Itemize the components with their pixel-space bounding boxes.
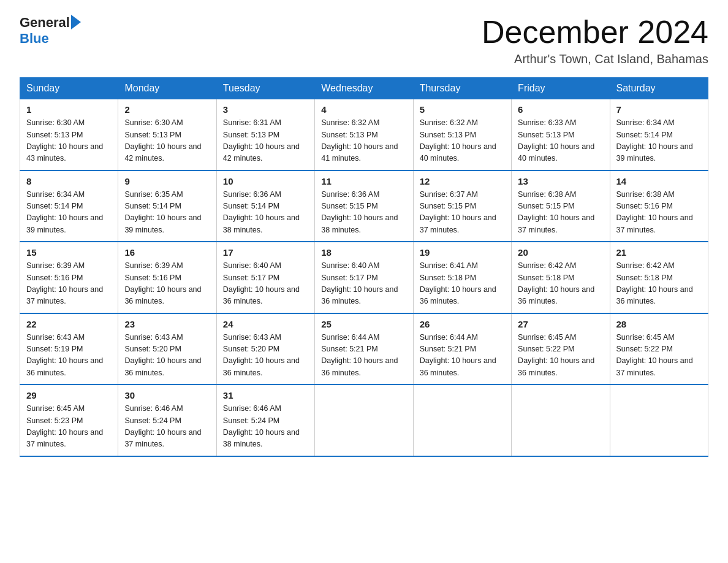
table-row: 10 Sunrise: 6:36 AM Sunset: 5:14 PM Dayl…: [216, 170, 314, 242]
table-row: 1 Sunrise: 6:30 AM Sunset: 5:13 PM Dayli…: [20, 99, 118, 170]
table-row: 2 Sunrise: 6:30 AM Sunset: 5:13 PM Dayli…: [118, 99, 216, 170]
table-row: 19 Sunrise: 6:41 AM Sunset: 5:18 PM Dayl…: [413, 242, 511, 313]
day-info: Sunrise: 6:46 AM Sunset: 5:24 PM Dayligh…: [223, 403, 308, 451]
table-row: 23 Sunrise: 6:43 AM Sunset: 5:20 PM Dayl…: [118, 313, 216, 385]
day-info: Sunrise: 6:39 AM Sunset: 5:16 PM Dayligh…: [26, 260, 112, 308]
table-row: 21 Sunrise: 6:42 AM Sunset: 5:18 PM Dayl…: [610, 242, 708, 313]
col-tuesday: Tuesday: [216, 78, 314, 99]
day-number: 22: [26, 319, 112, 329]
day-number: 9: [124, 176, 210, 186]
calendar-title: December 2024: [482, 15, 708, 50]
table-row: 18 Sunrise: 6:40 AM Sunset: 5:17 PM Dayl…: [315, 242, 413, 313]
col-wednesday: Wednesday: [315, 78, 413, 99]
day-number: 26: [420, 319, 505, 329]
day-info: Sunrise: 6:43 AM Sunset: 5:20 PM Dayligh…: [124, 332, 210, 380]
table-row: [315, 385, 413, 456]
day-info: Sunrise: 6:41 AM Sunset: 5:18 PM Dayligh…: [420, 260, 505, 308]
day-number: 11: [321, 176, 406, 186]
day-number: 27: [518, 319, 603, 329]
day-number: 4: [321, 104, 406, 115]
calendar-table: Sunday Monday Tuesday Wednesday Thursday…: [20, 77, 708, 457]
day-number: 21: [616, 247, 702, 258]
day-info: Sunrise: 6:43 AM Sunset: 5:20 PM Dayligh…: [223, 332, 308, 380]
table-row: 7 Sunrise: 6:34 AM Sunset: 5:14 PM Dayli…: [610, 99, 708, 170]
day-number: 24: [223, 319, 308, 329]
table-row: 30 Sunrise: 6:46 AM Sunset: 5:24 PM Dayl…: [118, 385, 216, 456]
day-info: Sunrise: 6:39 AM Sunset: 5:16 PM Dayligh…: [124, 260, 210, 308]
day-number: 13: [518, 176, 603, 186]
day-info: Sunrise: 6:38 AM Sunset: 5:16 PM Dayligh…: [616, 189, 702, 237]
day-number: 2: [124, 104, 210, 115]
table-row: 8 Sunrise: 6:34 AM Sunset: 5:14 PM Dayli…: [20, 170, 118, 242]
day-info: Sunrise: 6:30 AM Sunset: 5:13 PM Dayligh…: [26, 117, 112, 165]
calendar-subtitle: Arthur's Town, Cat Island, Bahamas: [482, 52, 708, 66]
table-row: 6 Sunrise: 6:33 AM Sunset: 5:13 PM Dayli…: [512, 99, 610, 170]
day-number: 14: [616, 176, 702, 186]
day-info: Sunrise: 6:30 AM Sunset: 5:13 PM Dayligh…: [124, 117, 210, 165]
day-info: Sunrise: 6:40 AM Sunset: 5:17 PM Dayligh…: [321, 260, 406, 308]
day-number: 7: [616, 104, 702, 115]
table-row: 27 Sunrise: 6:45 AM Sunset: 5:22 PM Dayl…: [512, 313, 610, 385]
day-number: 6: [518, 104, 603, 115]
col-sunday: Sunday: [20, 78, 118, 99]
day-number: 1: [26, 104, 112, 115]
day-info: Sunrise: 6:32 AM Sunset: 5:13 PM Dayligh…: [420, 117, 505, 165]
day-info: Sunrise: 6:40 AM Sunset: 5:17 PM Dayligh…: [223, 260, 308, 308]
day-number: 3: [223, 104, 308, 115]
day-number: 19: [420, 247, 505, 258]
day-info: Sunrise: 6:45 AM Sunset: 5:23 PM Dayligh…: [26, 403, 112, 451]
day-number: 28: [616, 319, 702, 329]
day-number: 8: [26, 176, 112, 186]
day-number: 23: [124, 319, 210, 329]
day-info: Sunrise: 6:43 AM Sunset: 5:19 PM Dayligh…: [26, 332, 112, 380]
day-info: Sunrise: 6:38 AM Sunset: 5:15 PM Dayligh…: [518, 189, 603, 237]
day-number: 5: [420, 104, 505, 115]
table-row: 13 Sunrise: 6:38 AM Sunset: 5:15 PM Dayl…: [512, 170, 610, 242]
day-number: 20: [518, 247, 603, 258]
table-row: 12 Sunrise: 6:37 AM Sunset: 5:15 PM Dayl…: [413, 170, 511, 242]
day-number: 16: [124, 247, 210, 258]
calendar-week-row: 22 Sunrise: 6:43 AM Sunset: 5:19 PM Dayl…: [20, 313, 708, 385]
table-row: 29 Sunrise: 6:45 AM Sunset: 5:23 PM Dayl…: [20, 385, 118, 456]
day-info: Sunrise: 6:37 AM Sunset: 5:15 PM Dayligh…: [420, 189, 505, 237]
logo-arrow-icon: [71, 15, 81, 29]
table-row: 9 Sunrise: 6:35 AM Sunset: 5:14 PM Dayli…: [118, 170, 216, 242]
logo-general: General: [20, 15, 70, 31]
day-number: 18: [321, 247, 406, 258]
day-number: 17: [223, 247, 308, 258]
day-info: Sunrise: 6:44 AM Sunset: 5:21 PM Dayligh…: [321, 332, 406, 380]
day-info: Sunrise: 6:35 AM Sunset: 5:14 PM Dayligh…: [124, 189, 210, 237]
title-block: December 2024 Arthur's Town, Cat Island,…: [482, 15, 708, 66]
table-row: 15 Sunrise: 6:39 AM Sunset: 5:16 PM Dayl…: [20, 242, 118, 313]
table-row: 4 Sunrise: 6:32 AM Sunset: 5:13 PM Dayli…: [315, 99, 413, 170]
day-info: Sunrise: 6:42 AM Sunset: 5:18 PM Dayligh…: [518, 260, 603, 308]
calendar-header-row: Sunday Monday Tuesday Wednesday Thursday…: [20, 78, 708, 99]
calendar-week-row: 15 Sunrise: 6:39 AM Sunset: 5:16 PM Dayl…: [20, 242, 708, 313]
day-info: Sunrise: 6:36 AM Sunset: 5:15 PM Dayligh…: [321, 189, 406, 237]
day-number: 15: [26, 247, 112, 258]
table-row: 14 Sunrise: 6:38 AM Sunset: 5:16 PM Dayl…: [610, 170, 708, 242]
table-row: 28 Sunrise: 6:45 AM Sunset: 5:22 PM Dayl…: [610, 313, 708, 385]
table-row: 26 Sunrise: 6:44 AM Sunset: 5:21 PM Dayl…: [413, 313, 511, 385]
table-row: 20 Sunrise: 6:42 AM Sunset: 5:18 PM Dayl…: [512, 242, 610, 313]
calendar-week-row: 1 Sunrise: 6:30 AM Sunset: 5:13 PM Dayli…: [20, 99, 708, 170]
day-number: 30: [124, 390, 210, 400]
table-row: 24 Sunrise: 6:43 AM Sunset: 5:20 PM Dayl…: [216, 313, 314, 385]
day-number: 31: [223, 390, 308, 400]
table-row: 31 Sunrise: 6:46 AM Sunset: 5:24 PM Dayl…: [216, 385, 314, 456]
table-row: 25 Sunrise: 6:44 AM Sunset: 5:21 PM Dayl…: [315, 313, 413, 385]
table-row: 3 Sunrise: 6:31 AM Sunset: 5:13 PM Dayli…: [216, 99, 314, 170]
day-info: Sunrise: 6:46 AM Sunset: 5:24 PM Dayligh…: [124, 403, 210, 451]
day-number: 10: [223, 176, 308, 186]
day-info: Sunrise: 6:45 AM Sunset: 5:22 PM Dayligh…: [616, 332, 702, 380]
col-thursday: Thursday: [413, 78, 511, 99]
logo-blue: Blue: [20, 31, 49, 47]
day-info: Sunrise: 6:36 AM Sunset: 5:14 PM Dayligh…: [223, 189, 308, 237]
day-number: 29: [26, 390, 112, 400]
table-row: 11 Sunrise: 6:36 AM Sunset: 5:15 PM Dayl…: [315, 170, 413, 242]
day-info: Sunrise: 6:31 AM Sunset: 5:13 PM Dayligh…: [223, 117, 308, 165]
day-info: Sunrise: 6:32 AM Sunset: 5:13 PM Dayligh…: [321, 117, 406, 165]
table-row: [610, 385, 708, 456]
table-row: 22 Sunrise: 6:43 AM Sunset: 5:19 PM Dayl…: [20, 313, 118, 385]
day-info: Sunrise: 6:34 AM Sunset: 5:14 PM Dayligh…: [26, 189, 112, 237]
